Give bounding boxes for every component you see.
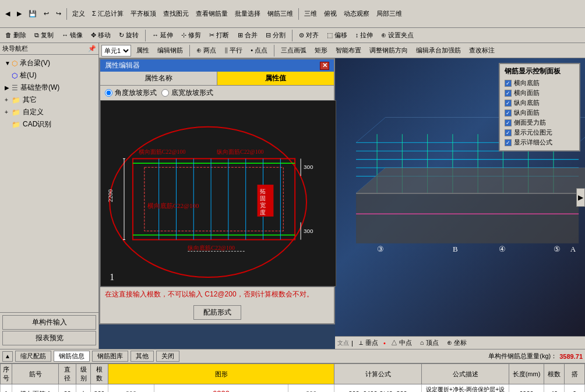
- toolbar-btn-3d[interactable]: 三维: [301, 8, 320, 19]
- sidebar-item-pile[interactable]: ⬡ 桩(U): [2, 69, 96, 82]
- toolbar-btn-align2[interactable]: ⊜ 对齐: [296, 30, 322, 41]
- toolbar-btn-fwd[interactable]: ▶: [14, 9, 24, 19]
- snap-perp-btn[interactable]: ⊥ 垂点: [355, 337, 381, 348]
- expand-up-btn[interactable]: ▲: [2, 351, 13, 362]
- toolbar-btn-find[interactable]: 查找图元: [160, 8, 192, 19]
- toolbar-smart-btn[interactable]: 智能布置: [333, 45, 364, 56]
- th-formula: 计算公式: [334, 364, 422, 384]
- toolbar-btn-rotate[interactable]: ↻ 旋转: [116, 30, 142, 41]
- table-row[interactable]: 1 横向面筋.1 22 ф 829 300 6320 300 300+6400-…: [1, 384, 585, 393]
- toolbar-dir-btn[interactable]: 调整钢筋方向: [366, 45, 411, 56]
- report-btn[interactable]: 报表预览: [2, 331, 96, 345]
- tab-rebar-info[interactable]: 钢筋信息: [54, 351, 90, 362]
- toolbar-btn-align[interactable]: 平齐板顶: [128, 8, 159, 19]
- toolbar-btn-delete[interactable]: 🗑 删除: [2, 30, 29, 41]
- sidebar-item-base[interactable]: ▶ ☰ 基础垫带(W): [2, 82, 96, 94]
- svg-text:2200: 2200: [107, 189, 114, 202]
- checkbox-5[interactable]: ✓: [505, 129, 512, 136]
- checkbox-3[interactable]: ✓: [505, 110, 512, 116]
- radio-width[interactable]: 底宽放坡形式: [161, 88, 213, 98]
- svg-text:1: 1: [110, 272, 114, 282]
- rebar-panel-item-6[interactable]: ✓ 显示详细公式: [505, 138, 575, 147]
- rebar-panel-item-2[interactable]: ✓ 纵向底筋: [505, 98, 575, 107]
- toolbar-btn-pull[interactable]: ↕ 拉伸: [353, 30, 376, 41]
- prop-editor-close-btn[interactable]: ✕: [320, 62, 329, 70]
- toolbar-two-point-btn[interactable]: ⊕ 两点: [193, 45, 219, 56]
- rebar-panel-item-5[interactable]: ✓ 显示元位图元: [505, 128, 575, 137]
- toolbar-rect-btn[interactable]: 矩形: [312, 45, 330, 56]
- toolbar-btn-redo[interactable]: ↪: [53, 9, 64, 19]
- toolbar-btn-undo[interactable]: ↩: [41, 9, 52, 19]
- toolbar-edit-rebar-btn[interactable]: 编辑钢筋: [154, 45, 186, 56]
- toolbar-btn-save[interactable]: 💾: [26, 9, 40, 19]
- pilecap-icon: ⬡: [12, 59, 17, 68]
- toolbar-property-btn[interactable]: 属性: [133, 45, 152, 56]
- checkbox-4[interactable]: ✓: [505, 119, 512, 126]
- checkbox-2[interactable]: ✓: [505, 100, 512, 107]
- checkbox-1[interactable]: ✓: [505, 90, 512, 97]
- toolbar-parallel-btn[interactable]: ∥ 平行: [221, 45, 245, 56]
- tab-rebar-lib[interactable]: 钢筋图库: [92, 351, 128, 362]
- toolbar-btn-dynamic[interactable]: 动态观察: [341, 8, 372, 19]
- toolbar-btn-merge[interactable]: ⊞ 合并: [235, 30, 260, 41]
- toolbar-arc-btn[interactable]: 三点画弧: [278, 45, 309, 56]
- th-len: 长度(mm): [509, 364, 544, 384]
- sidebar-item-custom[interactable]: + 📁 自定义: [2, 106, 96, 118]
- sidebar-item-other[interactable]: + 📁 其它: [2, 94, 96, 106]
- toolbar-btn-setpoint[interactable]: ⊕ 设置夹点: [378, 30, 417, 41]
- rebar-drawing: 横向面筋C22@100 纵向面筋C22@100 横向底筋C22@100 纵向底筋…: [100, 100, 336, 287]
- sidebar-item-pilecap[interactable]: ▼ ⬡ 承台梁(V): [2, 57, 96, 69]
- toolbar-edit-cap-btn[interactable]: 编辑承台加强筋: [413, 45, 464, 56]
- tab-shrink[interactable]: 缩尺配筋: [15, 351, 51, 362]
- toolbar-btn-split[interactable]: ⊟ 分割: [263, 30, 288, 41]
- toolbar-btn-rebar3d[interactable]: 钢筋三维: [265, 8, 296, 19]
- toolbar-btn-topview[interactable]: 俯视: [321, 8, 340, 19]
- svg-text:固: 固: [260, 195, 266, 202]
- rebar-panel-item-1[interactable]: ✓ 横向面筋: [505, 89, 575, 97]
- tab-close[interactable]: 关闭: [156, 351, 179, 362]
- toolbar-btn-local3d[interactable]: 局部三维: [373, 8, 405, 19]
- single-input-btn[interactable]: 单构件输入: [2, 315, 96, 330]
- toolbar-btn-extend[interactable]: ↔ 延伸: [149, 30, 176, 41]
- expand-right-btn[interactable]: ▶: [576, 188, 585, 207]
- toolbar-btn-calc[interactable]: Σ 汇总计算: [89, 8, 126, 19]
- cell-overlap: 0: [565, 384, 585, 393]
- rebar-panel-item-3[interactable]: ✓ 纵向面筋: [505, 108, 575, 117]
- rebar-panel-item-4[interactable]: ✓ 侧面受力筋: [505, 118, 575, 127]
- canvas-3d[interactable]: ③ B ④ ⑤ A 钢筋显示控制面板 ✓ 横向底筋 ✓: [335, 58, 585, 336]
- toolbar-btn-view-rebar[interactable]: 查看钢筋量: [193, 8, 231, 19]
- toolbar-btn-copy[interactable]: ⧉ 复制: [31, 30, 57, 41]
- radio-angle-input[interactable]: [105, 89, 112, 97]
- snap-toolbar: 文点 | ⊥ 垂点 • △ 中点 ⌂ 顶点 ⊕ 坐标: [335, 336, 585, 349]
- sep1: [66, 8, 67, 20]
- config-form-btn[interactable]: 配筋形式: [193, 305, 241, 320]
- toolbar-btn-move[interactable]: ✥ 移动: [88, 30, 114, 41]
- sidebar-item-cad[interactable]: 📁 CAD识别: [2, 118, 96, 130]
- svg-rect-52: [356, 193, 579, 243]
- rebar-item-0-label: 横向底筋: [514, 79, 540, 87]
- toolbar-btn-mirror[interactable]: ↔ 镜像: [59, 30, 86, 41]
- unit-select[interactable]: 单元1: [101, 45, 131, 56]
- radio-angle[interactable]: 角度放坡形式: [105, 88, 157, 98]
- snap-mid-btn[interactable]: △ 中点: [388, 337, 415, 348]
- prop-editor-title-text: 属性编辑器: [105, 61, 140, 70]
- toolbar-dotpoint-btn[interactable]: • 点点: [248, 45, 270, 56]
- toolbar-btn-break[interactable]: ✂ 打断: [206, 30, 232, 41]
- cell-shape-left: 300: [108, 384, 154, 393]
- toolbar-btn-offset[interactable]: ⬚ 偏移: [324, 30, 350, 41]
- rebar-panel-item-0[interactable]: ✓ 横向底筋: [505, 79, 575, 87]
- sidebar-pin-icon[interactable]: 📌: [88, 45, 96, 52]
- sidebar-item-pilecap-label: 承台梁(V): [20, 58, 50, 68]
- toolbar-btn-back[interactable]: ◀: [2, 9, 13, 19]
- checkbox-6[interactable]: ✓: [505, 139, 512, 146]
- tab-other[interactable]: 其他: [131, 351, 154, 362]
- checkbox-0[interactable]: ✓: [505, 80, 512, 87]
- snap-top-btn[interactable]: ⌂ 顶点: [417, 337, 442, 348]
- snap-coord-btn[interactable]: ⊕ 坐标: [444, 337, 470, 348]
- toolbar-btn-define[interactable]: 定义: [69, 8, 88, 19]
- toolbar-annotate-btn[interactable]: 查改标注: [466, 45, 498, 56]
- custom-icon: 📁: [12, 108, 20, 116]
- radio-width-input[interactable]: [161, 89, 169, 97]
- toolbar-btn-batch[interactable]: 批量选择: [232, 8, 263, 19]
- toolbar-btn-modify[interactable]: ⊹ 修剪: [178, 30, 204, 41]
